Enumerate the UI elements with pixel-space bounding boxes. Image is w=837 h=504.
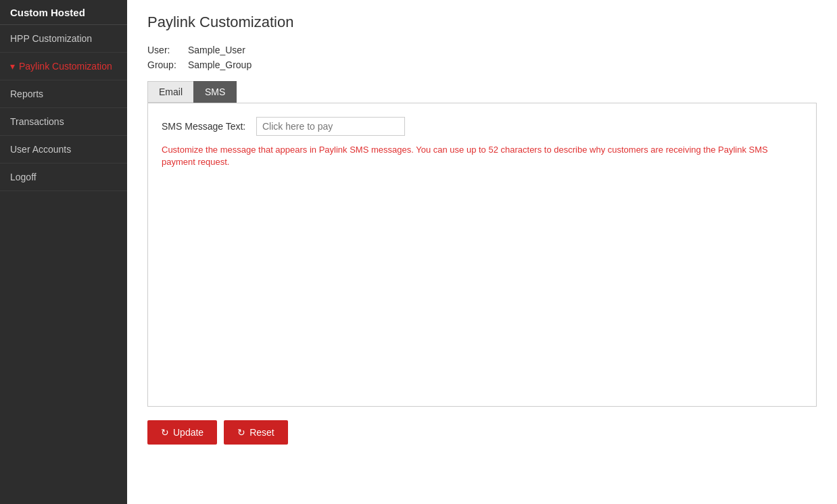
user-label: User: (147, 45, 188, 55)
action-buttons: ↻ Update ↻ Reset (147, 420, 817, 445)
update-label: Update (173, 427, 204, 438)
sms-help-text: Customize the message that appears in Pa… (162, 144, 803, 168)
update-button[interactable]: ↻ Update (147, 420, 217, 445)
user-value: Sample_User (188, 45, 245, 55)
chevron-icon: ▾ (10, 61, 15, 72)
sidebar-item-label: Transactions (10, 116, 64, 127)
sidebar-item-hpp-customization[interactable]: HPP Customization (0, 25, 127, 53)
sidebar-item-transactions[interactable]: Transactions (0, 108, 127, 136)
sidebar: Custom Hosted HPP Customization ▾ Paylin… (0, 0, 127, 504)
sidebar-item-label: HPP Customization (10, 33, 92, 44)
sidebar-item-reports[interactable]: Reports (0, 80, 127, 108)
sms-message-row: SMS Message Text: (162, 117, 803, 136)
reset-refresh-icon: ↻ (237, 427, 245, 438)
tab-bar: Email SMS (147, 81, 817, 103)
group-label: Group: (147, 59, 188, 70)
sms-content-panel: SMS Message Text: Customize the message … (147, 103, 817, 407)
reset-button[interactable]: ↻ Reset (224, 420, 288, 445)
sidebar-item-logoff[interactable]: Logoff (0, 163, 127, 191)
sidebar-item-label: Logoff (10, 172, 37, 182)
sidebar-item-label: User Accounts (10, 144, 71, 155)
sidebar-item-label: Paylink Customization (19, 61, 112, 72)
tab-sms[interactable]: SMS (193, 81, 237, 103)
group-value: Sample_Group (188, 59, 252, 70)
sidebar-item-label: Reports (10, 89, 43, 99)
sms-message-label: SMS Message Text: (162, 121, 256, 132)
refresh-icon: ↻ (161, 427, 169, 438)
reset-label: Reset (249, 427, 274, 438)
sidebar-item-user-accounts[interactable]: User Accounts (0, 136, 127, 163)
sidebar-item-paylink-customization[interactable]: ▾ Paylink Customization (0, 53, 127, 80)
main-content: Paylink Customization User: Sample_User … (127, 0, 837, 504)
page-title: Paylink Customization (147, 14, 817, 31)
sidebar-header: Custom Hosted (0, 0, 127, 25)
group-row: Group: Sample_Group (147, 59, 817, 70)
sms-message-input[interactable] (256, 117, 405, 136)
user-row: User: Sample_User (147, 45, 817, 55)
tab-email[interactable]: Email (147, 81, 194, 103)
